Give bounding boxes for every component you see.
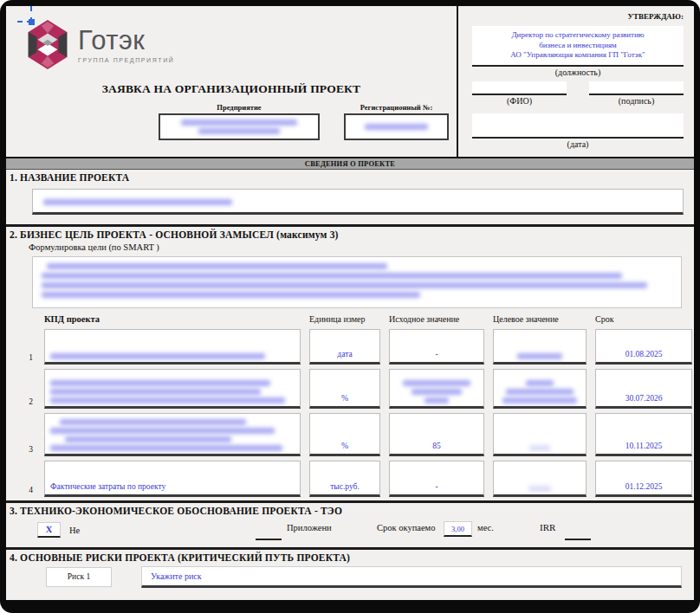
kpd-deadline-cell[interactable]: 01.08.2025 — [595, 329, 692, 365]
kpd-initial-cell[interactable]: - — [389, 461, 484, 497]
redacted-text — [42, 273, 622, 279]
signature-input[interactable] — [589, 81, 684, 95]
kpd-initial-value: 85 — [432, 442, 441, 451]
smart-goal-label: Формулировка цели (по SMART ) — [29, 242, 694, 252]
kpd-unit-cell[interactable]: % — [309, 413, 380, 456]
kpd-deadline-value: 30.07.2026 — [625, 394, 663, 403]
kpd-target-cell[interactable] — [493, 461, 587, 497]
screenshot-frame: Готэк ГРУППА ПРЕДПРИЯТИЙ ЗАЯВКА НА ОРГАН… — [0, 0, 700, 613]
teo-no-label: Не — [69, 526, 80, 535]
redacted-text — [528, 486, 551, 492]
kpd-col-target: Целевое значение — [493, 314, 587, 325]
teo-irr-label: IRR — [540, 522, 555, 532]
form-title: ЗАЯВКА НА ОРГАНИЗАЦИОННЫЙ ПРОЕКТ — [32, 82, 431, 96]
kpd-name-cell[interactable] — [44, 413, 301, 456]
registration-input[interactable] — [344, 113, 449, 140]
section2-title: 2. БИЗНЕС ЦЕЛЬ ПРОЕКТА - ОСНОВНОЙ ЗАМЫСЕ… — [6, 227, 694, 240]
redacted-text — [50, 397, 285, 403]
teo-attachment-underline — [256, 539, 282, 540]
kpd-col-initial: Исходное значение — [389, 314, 484, 325]
redacted-text — [60, 419, 245, 425]
date-caption: (дата) — [472, 139, 684, 149]
redacted-text — [198, 128, 281, 134]
kpd-row-number: 1 — [16, 353, 36, 365]
enterprise-input[interactable] — [159, 113, 320, 140]
redacted-text — [42, 292, 420, 298]
section4-title: 4. ОСНОВНЫЕ РИСКИ ПРОЕКТА (КРИТИЧЕСКИЙ П… — [6, 550, 694, 563]
kpd-target-cell[interactable] — [493, 413, 587, 456]
signature-caption: (подпись) — [589, 96, 684, 106]
risk1-label: Риск 1 — [46, 567, 112, 587]
name-cell: (ФИО) — [472, 81, 567, 110]
kpd-deadline-cell[interactable]: 30.07.2026 — [595, 369, 692, 409]
kpd-unit-value: дата — [337, 350, 352, 359]
teo-payback-input[interactable]: 3,00 — [444, 521, 472, 537]
kpd-initial-cell[interactable]: 85 — [389, 413, 484, 456]
enterprise-label: Предприятие — [159, 103, 320, 112]
redacted-text — [425, 397, 450, 403]
redacted-text — [181, 119, 298, 126]
redacted-text — [502, 397, 577, 403]
kpd-initial-cell[interactable] — [389, 369, 484, 409]
teo-months-label: мес. — [477, 523, 494, 532]
kpd-initial-value: - — [435, 350, 438, 359]
kpd-deadline-cell[interactable]: 01.12.2025 — [595, 461, 692, 497]
kpd-row-number: 2 — [16, 397, 36, 409]
kpd-initial-value: - — [435, 482, 438, 492]
kpd-deadline-value: 01.12.2025 — [625, 482, 663, 492]
kpd-unit-cell[interactable]: тыс.руб. — [309, 461, 380, 497]
kpd-col-unit: Единица измер — [309, 314, 380, 325]
kpd-col-name: КПД проекта — [44, 314, 301, 325]
redacted-text — [50, 445, 282, 451]
registration-field-group: Регистрационный №: — [344, 103, 449, 140]
kpd-name-cell[interactable] — [44, 329, 301, 365]
kpd-unit-cell[interactable]: дата — [309, 329, 380, 365]
signature-cell: (подпись) — [589, 81, 684, 110]
risk1-input[interactable]: Укажите риск — [141, 566, 682, 588]
form-canvas: Готэк ГРУППА ПРЕДПРИЯТИЙ ЗАЯВКА НА ОРГАН… — [6, 6, 694, 600]
kpd-row-number: 3 — [16, 445, 36, 456]
kpd-unit-cell[interactable]: % — [309, 369, 380, 409]
redacted-text — [506, 389, 574, 395]
redacted-text — [517, 353, 562, 359]
form-header: Готэк ГРУППА ПРЕДПРИЯТИЙ ЗАЯВКА НА ОРГАН… — [6, 6, 694, 158]
project-info-bar: СВЕДЕНИЯ О ПРОЕКТЕ — [6, 158, 694, 170]
kpd-deadline-cell[interactable]: 10.11.2025 — [595, 413, 692, 456]
redacted-text — [50, 380, 270, 386]
gotek-hexagon-logo-icon — [25, 20, 70, 69]
kpd-deadline-value: 01.08.2025 — [625, 350, 663, 359]
approver-position-field[interactable]: Директор по стратегическому развитию биз… — [472, 26, 684, 67]
approve-heading: УТВЕРЖДАЮ: — [472, 12, 684, 21]
kpd-name-cell[interactable] — [44, 369, 301, 409]
kpd-target-cell[interactable] — [493, 369, 587, 409]
kpd-initial-cell[interactable]: - — [389, 329, 484, 365]
teo-checkbox[interactable]: X — [37, 522, 61, 538]
redacted-text — [50, 428, 275, 434]
logo-text: Готэк ГРУППА ПРЕДПРИЯТИЙ — [78, 20, 174, 63]
kpd-target-cell[interactable] — [493, 329, 587, 365]
redacted-text — [365, 124, 428, 130]
teo-payback-label: Срок окупаемо — [377, 523, 436, 532]
logo-subtitle: ГРУППА ПРЕДПРИЯТИЙ — [78, 57, 174, 63]
date-input[interactable] — [472, 113, 684, 139]
risk-row: Риск 1 Укажите риск — [6, 563, 694, 594]
redacted-text — [50, 353, 265, 359]
name-input[interactable] — [472, 81, 567, 95]
logo-name: Готэк — [78, 27, 174, 54]
smart-goal-input[interactable] — [32, 256, 682, 308]
project-name-input[interactable] — [32, 189, 684, 215]
redacted-text — [412, 389, 462, 395]
company-logo: Готэк ГРУППА ПРЕДПРИЯТИЙ — [25, 20, 174, 69]
approver-position-line1: Директор по стратегическому развитию — [474, 30, 682, 41]
redacted-text — [47, 263, 387, 269]
redacted-text — [42, 282, 647, 288]
approver-position-line3: АО "Управляющая компания ГП "Готэк" — [474, 50, 682, 61]
redacted-text — [65, 436, 231, 442]
kpd-row-number: 4 — [16, 486, 36, 497]
section1-title: 1. НАЗВАНИЕ ПРОЕКТА — [6, 170, 694, 183]
registration-label: Регистрационный №: — [344, 103, 449, 112]
teo-attachment-label: Приложени — [287, 523, 332, 532]
approver-position-line2: бизнеса и инвестициям — [474, 41, 682, 51]
kpd-name-cell[interactable]: Фактические затраты по проекту — [44, 461, 301, 497]
signature-row: (ФИО) (подпись) — [472, 81, 684, 110]
